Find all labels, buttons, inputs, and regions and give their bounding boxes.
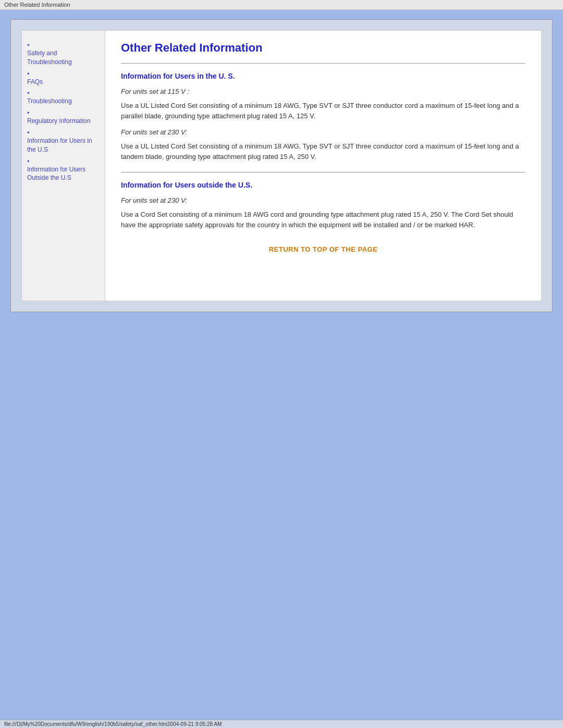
sidebar-link-regulatory[interactable]: Regulatory Information	[27, 117, 100, 126]
outside-us-230v-label: For units set at 230 V:	[121, 196, 525, 204]
sidebar: Safety and Troubleshooting FAQs Troubles…	[22, 31, 105, 301]
sidebar-link-info-users-us[interactable]: Information for Users in the U.S	[27, 137, 100, 154]
us-230v-label: For units set at 230 V:	[121, 128, 525, 136]
status-bar: file:///D|/My%20Documents/dfu/W9/english…	[0, 720, 563, 728]
browser-window: Safety and Troubleshooting FAQs Troubles…	[10, 19, 553, 312]
title-bar: Other Related Information	[0, 0, 563, 10]
us-115v-label: For units set at 115 V :	[121, 88, 525, 95]
sidebar-link-faqs[interactable]: FAQs	[27, 78, 100, 87]
page-title: Other Related Information	[121, 41, 525, 55]
sidebar-item-info-users-us[interactable]: Information for Users in the U.S	[27, 129, 100, 154]
us-230v-body: Use a UL Listed Cord Set consisting of a…	[121, 141, 525, 162]
sidebar-item-regulatory[interactable]: Regulatory Information	[27, 109, 100, 126]
outside-us-230v-body: Use a Cord Set consisting of a minimum 1…	[121, 209, 525, 230]
divider-middle	[121, 172, 525, 172]
main-content: Other Related Information Information fo…	[105, 31, 541, 301]
us-115v-body: Use a UL Listed Cord Set consisting of a…	[121, 101, 525, 121]
status-bar-text: file:///D|/My%20Documents/dfu/W9/english…	[4, 721, 222, 727]
return-to-top-link[interactable]: RETURN TO TOP OF THE PAGE	[121, 245, 525, 253]
outside-us-section: Information for Users outside the U.S. F…	[121, 181, 525, 230]
us-section-heading: Information for Users in the U. S.	[121, 72, 525, 80]
title-bar-text: Other Related Information	[4, 2, 70, 8]
outside-us-section-heading: Information for Users outside the U.S.	[121, 181, 525, 189]
content-area: Safety and Troubleshooting FAQs Troubles…	[21, 30, 542, 301]
sidebar-item-info-users-outside-us[interactable]: Information for Users Outside the U.S	[27, 157, 100, 183]
sidebar-link-troubleshooting[interactable]: Troubleshooting	[27, 97, 100, 106]
sidebar-item-safety-troubleshooting[interactable]: Safety and Troubleshooting	[27, 41, 100, 67]
sidebar-item-faqs[interactable]: FAQs	[27, 70, 100, 87]
sidebar-link-safety-troubleshooting[interactable]: Safety and Troubleshooting	[27, 49, 100, 67]
sidebar-item-troubleshooting[interactable]: Troubleshooting	[27, 89, 100, 106]
us-section: Information for Users in the U. S. For u…	[121, 72, 525, 162]
divider-top	[121, 63, 525, 64]
sidebar-link-info-users-outside-us[interactable]: Information for Users Outside the U.S	[27, 165, 100, 183]
